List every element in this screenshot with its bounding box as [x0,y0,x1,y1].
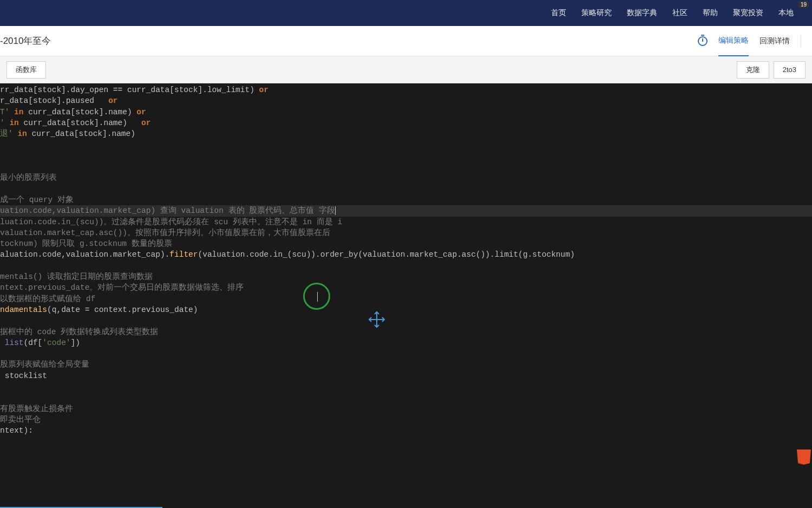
nav-help[interactable]: 帮助 [703,8,718,18]
html5-badge-icon [797,450,811,465]
strategy-title: -2010年至今 [0,35,51,47]
2to3-button[interactable]: 2to3 [774,61,806,79]
text-cursor [335,206,336,215]
nav-community[interactable]: 社区 [672,8,687,18]
notification-badge[interactable]: 19 [798,1,809,8]
sub-header: -2010年至今 编辑策略 回测详情 [0,26,812,56]
function-library-button[interactable]: 函数库 [6,61,46,79]
code-editor[interactable]: rr_data[stock].day_open == curr_data[sto… [0,83,812,507]
divider [801,35,801,48]
tab-backtest-detail[interactable]: 回测详情 [759,27,790,56]
nav-data-dict[interactable]: 数据字典 [627,8,657,18]
top-navigation: 首页 策略研究 数据字典 社区 帮助 聚宽投资 本地 19 [0,0,812,26]
nav-local[interactable]: 本地 [778,8,794,18]
timer-icon[interactable] [698,36,708,46]
clone-button[interactable]: 克隆 [737,61,769,79]
nav-strategy[interactable]: 策略研究 [581,8,612,18]
toolbar: 函数库 克隆 2to3 [0,56,812,83]
tab-edit-strategy[interactable]: 编辑策略 [718,26,749,56]
nav-home[interactable]: 首页 [551,8,566,18]
nav-joinquant[interactable]: 聚宽投资 [733,8,763,18]
